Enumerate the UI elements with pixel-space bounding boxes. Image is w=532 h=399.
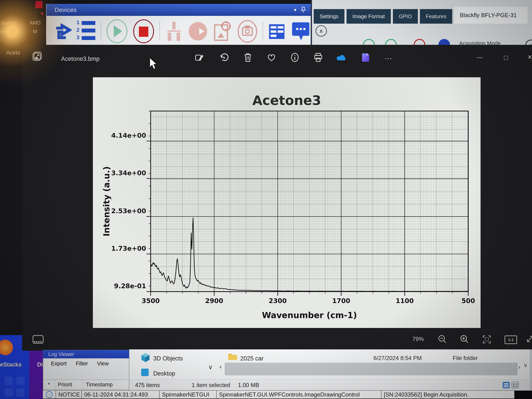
column-star[interactable]: * — [43, 380, 55, 389]
minimize-button[interactable]: — — [477, 54, 483, 61]
menu-export[interactable]: Export — [51, 361, 67, 367]
horizontal-scrollbar[interactable] — [225, 363, 518, 375]
info-icon[interactable] — [290, 53, 299, 62]
chevron-up-icon: ∧ — [319, 28, 323, 34]
tab-blackfly-active[interactable]: Blackfly BFLY-PGE-31 — [454, 7, 528, 24]
x-tick-label: 500 — [458, 297, 479, 304]
column-timestamp[interactable]: Timestamp — [83, 380, 129, 389]
log-timestamp-cell: 06-11-2024 04:31:24.493 — [82, 391, 160, 399]
bottom-windows-strip: Log Viewer Export Filter View * Priorit … — [0, 349, 532, 399]
list-bar — [82, 21, 95, 25]
list-bar — [82, 29, 95, 32]
column-priority[interactable]: Priorit — [55, 380, 83, 389]
camera-settings-button[interactable] — [237, 20, 258, 43]
scroll-right-chevron-icon[interactable]: › — [518, 363, 520, 371]
delete-icon[interactable] — [244, 53, 252, 62]
explorer-item-2025-car[interactable]: 2025 car — [240, 355, 264, 362]
clipchamp-icon[interactable] — [361, 52, 370, 63]
favorite-heart-icon[interactable] — [267, 53, 276, 62]
devices-dropdown-icon[interactable]: ▾ — [294, 7, 296, 13]
pin-icon[interactable] — [301, 7, 305, 13]
one-to-one-label: 1:1 — [508, 338, 513, 342]
list-number: 3 — [76, 35, 79, 40]
zoom-out-icon[interactable] — [438, 335, 447, 344]
start-acquisition-button[interactable] — [106, 19, 128, 43]
details-view-toggle-icon[interactable] — [502, 381, 510, 389]
onedrive-cloud-icon[interactable] — [336, 54, 347, 62]
collapse-group-chevron-icon[interactable]: ∨ — [208, 363, 213, 371]
photos-app-window: Acetone3.bmp … — □ ✕ Acetone3 — [22, 45, 532, 351]
tab-image-format[interactable]: Image Format — [347, 9, 391, 24]
amd-software-icon[interactable] — [36, 12, 44, 20]
amd-arrow-glyph — [40, 13, 43, 16]
scroll-left-chevron-icon[interactable]: ‹ — [220, 362, 222, 370]
log-source-cell: SpinnakerNETGUI — [160, 391, 217, 399]
rotate-icon[interactable] — [220, 53, 229, 63]
list-bar — [82, 36, 95, 40]
photos-window-title: Acetone3.bmp — [61, 55, 100, 62]
log-message-cell: [SN:24033562] Begin Acquisition. — [381, 391, 514, 399]
desktop-icon-label-m[interactable]: M — [33, 29, 37, 34]
explorer-item-3d-objects[interactable]: 3D Objects — [153, 355, 183, 362]
y-tick-label: 1.73e+00 — [101, 245, 146, 252]
yellow-folder-icon — [228, 352, 238, 361]
x-tick-label: 3500 — [140, 297, 161, 304]
panel-splitter[interactable] — [311, 0, 312, 47]
toolbar-separator — [263, 22, 263, 41]
spinnaker-window-edge — [46, 0, 311, 4]
acetone3-bmp-image[interactable]: Acetone3 35002900230017001100500 4.14e+0… — [93, 77, 481, 328]
rgb-software-icon[interactable] — [35, 1, 43, 8]
log-info-cell: i — [43, 391, 56, 399]
explorer-item-desktop[interactable]: Desktop — [153, 370, 175, 377]
tab-features[interactable]: Features — [420, 9, 452, 24]
x-tick-label: 1700 — [331, 297, 352, 304]
export-image-button[interactable] — [54, 21, 72, 42]
desktop-icon-label-games[interactable]: Games — [1, 20, 17, 26]
more-options-icon[interactable]: … — [385, 52, 393, 61]
device-tree-button[interactable] — [165, 20, 183, 42]
tab-settings[interactable]: Settings — [314, 9, 344, 24]
menu-view[interactable]: View — [97, 361, 109, 367]
x-tick-label: 2900 — [204, 297, 225, 304]
devices-panel-header[interactable]: Devices ▾ — [46, 4, 311, 16]
image-settings-button[interactable] — [213, 20, 232, 42]
explorer-item-type: File folder — [453, 355, 478, 361]
log-message-button[interactable] — [291, 21, 311, 42]
log-component-cell: SpinnakerNET.GUI.WPFControls.ImageDrawin… — [217, 391, 381, 399]
photos-gallery-icon[interactable] — [32, 51, 42, 61]
stop-acquisition-button[interactable] — [133, 19, 154, 43]
vertical-scrollbar[interactable] — [530, 349, 532, 390]
collapse-section-button[interactable]: ∧ — [316, 25, 327, 37]
log-entry-row[interactable]: i NOTICE 06-11-2024 04:31:24.493 Spinnak… — [43, 390, 514, 399]
zoom-in-icon[interactable] — [460, 335, 469, 344]
print-icon[interactable] — [314, 53, 323, 62]
log-viewer-title: Log Viewer — [48, 351, 74, 357]
menu-filter[interactable]: Filter — [76, 361, 88, 367]
fit-to-window-icon[interactable] — [482, 335, 491, 344]
push-settings-button[interactable] — [188, 21, 208, 42]
actual-size-icon[interactable]: 1:1 — [505, 336, 517, 344]
mouse-cursor — [149, 57, 159, 72]
properties-list-button[interactable] — [268, 22, 287, 41]
numbered-list-button[interactable]: 1 2 3 — [76, 20, 96, 42]
thumbnail-view-toggle-icon[interactable] — [512, 381, 519, 389]
desktop-icon-label-launcher[interactable]: cher — [0, 29, 10, 34]
desktop-folder-icon — [141, 369, 149, 376]
desktop-icon-label-amd[interactable]: AMD — [30, 20, 40, 26]
maximize-button[interactable]: □ — [504, 54, 508, 61]
desktop-icon-label-aceto[interactable]: Aceto — [6, 50, 20, 56]
tab-gpio[interactable]: GPIO — [393, 9, 418, 24]
items-count: 475 items — [135, 382, 160, 388]
explorer-item-date: 6/27/2024 8:54 PM — [374, 355, 422, 361]
filmstrip-icon[interactable] — [32, 335, 44, 344]
info-circle-icon: i — [46, 391, 53, 398]
list-number: 2 — [76, 27, 79, 33]
log-viewer-titlebar[interactable]: Log Viewer — [43, 350, 129, 358]
fullscreen-icon[interactable] — [526, 335, 532, 343]
edit-image-icon[interactable] — [195, 53, 204, 62]
devices-toolbar: 1 2 3 — [46, 16, 311, 47]
y-axis-title: Intensity (a.u.) — [102, 166, 111, 236]
selection-count: 1 item selected — [192, 382, 230, 388]
close-button[interactable]: ✕ — [527, 54, 532, 61]
pane-chevron-icon[interactable]: ∨ — [523, 362, 528, 368]
